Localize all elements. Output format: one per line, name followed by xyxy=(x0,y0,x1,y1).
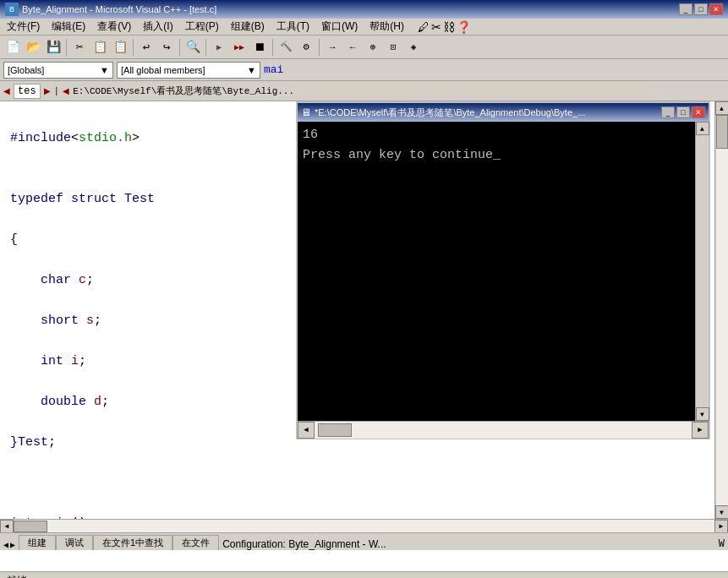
toolbar2-btn4[interactable]: ⊡ xyxy=(384,38,402,57)
compile-button[interactable]: ▶ xyxy=(210,38,228,57)
scroll-track xyxy=(716,115,728,505)
app-icon: B xyxy=(5,3,19,16)
bottom-next[interactable]: ▶ xyxy=(10,540,15,550)
title-text: Byte_Alignment - Microsoft Visual C++ - … xyxy=(22,4,216,14)
bottom-prev[interactable]: ◀ xyxy=(3,540,8,550)
nav-sep: | xyxy=(56,86,58,95)
members-label: [All global members] xyxy=(121,65,205,75)
menu-window[interactable]: 窗口(W) xyxy=(316,18,363,35)
nav-file[interactable]: tes xyxy=(14,84,41,99)
new-button[interactable]: 📄 xyxy=(3,38,22,57)
globals-chevron: ▼ xyxy=(100,65,109,75)
scroll-left-button[interactable]: ◀ xyxy=(0,520,14,533)
console-content: 16 Press any key to continue_ xyxy=(298,122,709,421)
nav-arrow-left[interactable]: ◀ xyxy=(3,86,10,95)
toolbar-sep-3 xyxy=(179,39,180,56)
editor-v-scrollbar[interactable]: ▲ ▼ xyxy=(714,101,728,519)
console-title-left: 🖥 *E:\CODE\Myself\看书及思考随笔\Byte_Alignment… xyxy=(301,106,585,119)
maximize-button[interactable]: □ xyxy=(694,3,708,15)
status-bar: 就绪 xyxy=(0,571,728,578)
open-button[interactable]: 📂 xyxy=(24,38,42,57)
toolbar-icon-question[interactable]: ❓ xyxy=(457,20,471,34)
toolbar2-btn3[interactable]: ⊕ xyxy=(364,38,382,57)
toolbar2-btn2[interactable]: ← xyxy=(343,38,362,57)
menu-file[interactable]: 文件(F) xyxy=(2,18,45,35)
stop-button[interactable]: ⏹ xyxy=(250,38,269,57)
dropdown-toolbar: [Globals] ▼ [All global members] ▼ mai xyxy=(0,59,728,81)
editor-h-scrollbar[interactable]: ◀ ▶ xyxy=(0,519,728,532)
bottom-extra-text: Configuration: Byte_Alignment - W... xyxy=(222,538,386,550)
console-scroll-left[interactable]: ◀ xyxy=(298,422,315,439)
h-scroll-track xyxy=(14,520,714,533)
menu-build[interactable]: 组建(B) xyxy=(226,18,270,35)
toolbar-sep-2 xyxy=(133,39,134,56)
toolbar-sep-4 xyxy=(205,39,206,56)
console-scroll-up[interactable]: ▲ xyxy=(696,122,709,135)
undo-button[interactable]: ↩ xyxy=(137,38,156,57)
rebuild-button[interactable]: ⚙ xyxy=(297,38,315,57)
toolbar2-btn1[interactable]: → xyxy=(323,38,342,57)
bottom-resize: W xyxy=(719,538,725,550)
members-dropdown[interactable]: [All global members] ▼ xyxy=(117,62,260,79)
console-close[interactable]: ✕ xyxy=(692,106,705,118)
menu-tools[interactable]: 工具(T) xyxy=(271,18,315,35)
toolbar-sep-6 xyxy=(319,39,320,56)
globals-dropdown[interactable]: [Globals] ▼ xyxy=(3,62,113,79)
console-title-controls[interactable]: _ □ ✕ xyxy=(661,106,705,118)
console-maximize[interactable]: □ xyxy=(676,106,690,118)
menu-project[interactable]: 工程(P) xyxy=(180,18,224,35)
toolbar-icon-chain[interactable]: ⛓ xyxy=(443,20,455,34)
title-controls[interactable]: _ □ ✕ xyxy=(679,3,723,15)
console-scroll-down[interactable]: ▼ xyxy=(696,407,709,421)
tab-find2[interactable]: 在文件 xyxy=(172,535,219,550)
menu-view[interactable]: 查看(V) xyxy=(92,18,136,35)
console-output-line1: 16 xyxy=(303,125,703,145)
toolbar2-btn5[interactable]: ◈ xyxy=(404,38,423,57)
minimize-button[interactable]: _ xyxy=(679,3,692,15)
console-minimize[interactable]: _ xyxy=(661,106,675,118)
scroll-up-button[interactable]: ▲ xyxy=(715,101,729,115)
menu-insert[interactable]: 插入(I) xyxy=(138,18,178,35)
nav-path-icon: ◀ xyxy=(63,86,69,95)
main-area: #include<stdio.h> typedef struct Test { … xyxy=(0,101,728,532)
build-button[interactable]: 🔨 xyxy=(276,38,295,57)
cut-button[interactable]: ✂ xyxy=(70,38,89,57)
menu-help[interactable]: 帮助(H) xyxy=(364,18,409,35)
h-scroll-thumb[interactable] xyxy=(14,521,47,532)
redo-button[interactable]: ↪ xyxy=(157,38,176,57)
scroll-down-button[interactable]: ▼ xyxy=(715,505,729,519)
tab-build[interactable]: 组建 xyxy=(19,535,56,550)
bottom-area: ◀ ▶ 组建 调试 在文件1中查找 在文件 Configuration: Byt… xyxy=(0,532,728,571)
toolbar-icon-scissors[interactable]: ✂ xyxy=(431,20,441,34)
tab-debug[interactable]: 调试 xyxy=(56,535,93,550)
extra-label: mai xyxy=(264,63,283,76)
nav-path: E:\CODE\Myself\看书及思考随笔\Byte_Alig... xyxy=(73,85,294,97)
run-button[interactable]: ▶▶ xyxy=(230,38,249,57)
bottom-output xyxy=(0,550,728,571)
kw-typedef: typedef xyxy=(10,192,63,206)
bottom-tabs: ◀ ▶ 组建 调试 在文件1中查找 在文件 Configuration: Byt… xyxy=(0,533,728,550)
paste-button[interactable]: 📋 xyxy=(111,38,129,57)
tab-find1[interactable]: 在文件1中查找 xyxy=(93,535,172,550)
console-output-line2: Press any key to continue_ xyxy=(303,145,703,166)
globals-label: [Globals] xyxy=(8,65,44,75)
nav-bar: ◀ tes ▶ | ◀ E:\CODE\Myself\看书及思考随笔\Byte_… xyxy=(0,81,728,101)
console-scroll-right[interactable]: ▶ xyxy=(692,422,709,439)
console-h-thumb[interactable] xyxy=(318,423,352,437)
type-test: Test xyxy=(124,192,155,206)
console-h-scrollbar[interactable]: ◀ ▶ xyxy=(298,421,709,438)
menu-edit[interactable]: 编辑(E) xyxy=(47,18,90,35)
console-v-scrollbar[interactable]: ▲ ▼ xyxy=(695,122,709,421)
scroll-right-button[interactable]: ▶ xyxy=(714,520,728,533)
save-button[interactable]: 💾 xyxy=(44,38,63,57)
members-chevron: ▼ xyxy=(247,65,256,75)
copy-button[interactable]: 📋 xyxy=(90,38,109,57)
nav-arrow-right[interactable]: ▶ xyxy=(44,86,51,95)
console-title-text: *E:\CODE\Myself\看书及思考随笔\Byte_Alignment\D… xyxy=(315,106,585,119)
bottom-nav-arrows[interactable]: ◀ ▶ xyxy=(3,540,15,550)
toolbar-icon-pen[interactable]: 🖊 xyxy=(418,20,430,34)
preprocessor: #include xyxy=(10,131,71,145)
scroll-thumb[interactable] xyxy=(716,115,728,149)
close-button[interactable]: ✕ xyxy=(709,3,723,15)
find-button[interactable]: 🔍 xyxy=(183,38,202,57)
